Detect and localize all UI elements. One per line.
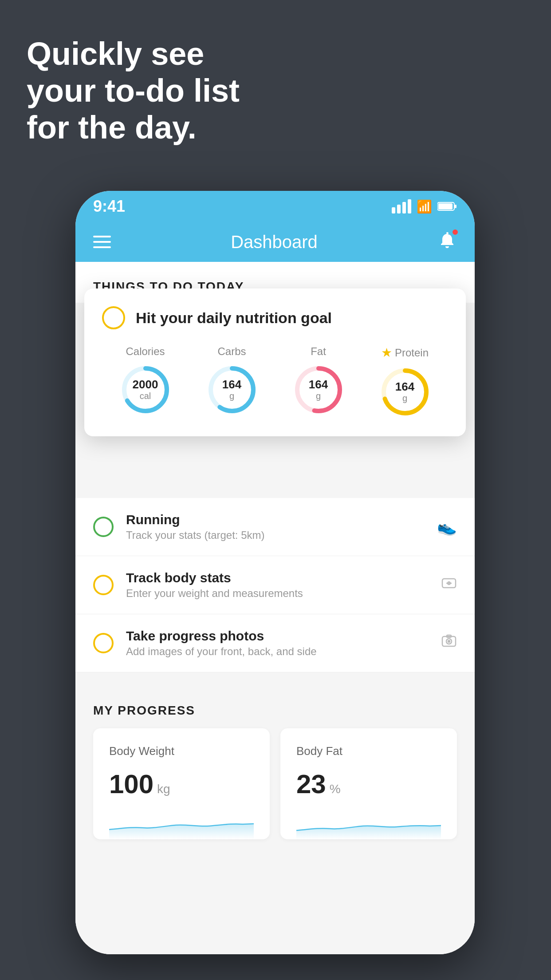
protein-label: Protein [395, 347, 429, 359]
nutrition-circles: Calories 2000 cal Carbs [102, 345, 448, 419]
todo-body-stats-subtitle: Enter your weight and measurements [126, 587, 429, 600]
body-fat-value: 23 % [296, 769, 441, 799]
progress-heading: MY PROGRESS [93, 690, 457, 728]
body-fat-chart [296, 813, 441, 839]
status-time: 9:41 [93, 197, 125, 216]
protein-gauge: 164 g [378, 365, 432, 419]
progress-section: MY PROGRESS Body Weight 100 kg [75, 690, 475, 839]
shoe-icon: 👟 [437, 518, 457, 536]
card-header: Hit your daily nutrition goal [102, 306, 448, 329]
carbs-value: 164 [222, 378, 241, 391]
wifi-icon: 📶 [417, 199, 432, 214]
body-weight-number: 100 [109, 769, 153, 799]
todo-body-stats[interactable]: Track body stats Enter your weight and m… [75, 556, 475, 614]
calories-label: Calories [126, 345, 165, 358]
todo-body-stats-text: Track body stats Enter your weight and m… [126, 570, 429, 600]
svg-rect-2 [455, 205, 457, 208]
todo-list: Running Track your stats (target: 5km) 👟… [75, 498, 475, 672]
todo-progress-photos[interactable]: Take progress photos Add images of your … [75, 614, 475, 672]
body-fat-title: Body Fat [296, 744, 441, 758]
body-weight-title: Body Weight [109, 744, 254, 758]
scale-icon [441, 575, 457, 595]
body-fat-number: 23 [296, 769, 326, 799]
body-fat-unit: % [330, 782, 341, 796]
calories-gauge: 2000 cal [119, 363, 172, 416]
todo-running-title: Running [126, 512, 425, 527]
fat-label: Fat [311, 345, 326, 358]
nutrition-protein: ★ Protein 164 g [378, 345, 432, 419]
calories-value: 2000 [133, 378, 158, 391]
carbs-unit: g [222, 391, 241, 401]
protein-label-row: ★ Protein [381, 345, 429, 360]
todo-circle-running [93, 517, 114, 537]
fat-gauge: 164 g [292, 363, 345, 416]
protein-value: 164 [395, 380, 414, 393]
body-weight-card[interactable]: Body Weight 100 kg [93, 728, 270, 839]
star-icon: ★ [381, 345, 392, 360]
status-bar: 9:41 📶 [75, 191, 475, 222]
notification-dot [452, 229, 459, 236]
nav-bar: Dashboard [75, 222, 475, 262]
fat-unit: g [309, 391, 328, 401]
todo-photos-title: Take progress photos [126, 628, 429, 644]
nutrition-fat: Fat 164 g [292, 345, 345, 416]
todo-circle-photos [93, 633, 114, 653]
phone-mockup: 9:41 📶 Dashboard [75, 191, 475, 954]
body-weight-unit: kg [157, 782, 170, 796]
todo-body-stats-title: Track body stats [126, 570, 429, 585]
fat-value: 164 [309, 378, 328, 391]
nav-title: Dashboard [231, 232, 318, 252]
svg-rect-1 [438, 203, 453, 209]
todo-running-subtitle: Track your stats (target: 5km) [126, 529, 425, 541]
todo-circle-body-stats [93, 575, 114, 595]
carbs-label: Carbs [217, 345, 246, 358]
signal-icon [392, 199, 411, 213]
todo-circle-nutrition [102, 306, 125, 329]
nutrition-carbs: Carbs 164 g [205, 345, 259, 416]
body-weight-chart [109, 813, 254, 839]
todo-running-text: Running Track your stats (target: 5km) [126, 512, 425, 541]
app-content: THINGS TO DO TODAY Hit your daily nutrit… [75, 262, 475, 954]
bell-button[interactable] [437, 230, 457, 254]
svg-point-16 [448, 640, 450, 642]
card-title: Hit your daily nutrition goal [136, 309, 332, 327]
todo-running[interactable]: Running Track your stats (target: 5km) 👟 [75, 498, 475, 556]
protein-unit: g [395, 393, 414, 403]
nutrition-calories: Calories 2000 cal [119, 345, 172, 416]
todo-photos-text: Take progress photos Add images of your … [126, 628, 429, 658]
photo-icon [441, 633, 457, 653]
status-icons: 📶 [392, 199, 457, 214]
calories-unit: cal [133, 391, 158, 401]
hero-text: Quickly see your to-do list for the day. [27, 36, 240, 146]
body-fat-card[interactable]: Body Fat 23 % [280, 728, 457, 839]
hamburger-menu[interactable] [93, 236, 111, 248]
nutrition-card[interactable]: Hit your daily nutrition goal Calories 2… [84, 288, 466, 436]
carbs-gauge: 164 g [205, 363, 259, 416]
todo-photos-subtitle: Add images of your front, back, and side [126, 645, 429, 658]
progress-cards: Body Weight 100 kg [93, 728, 457, 839]
body-weight-value: 100 kg [109, 769, 254, 799]
battery-icon [437, 202, 457, 211]
